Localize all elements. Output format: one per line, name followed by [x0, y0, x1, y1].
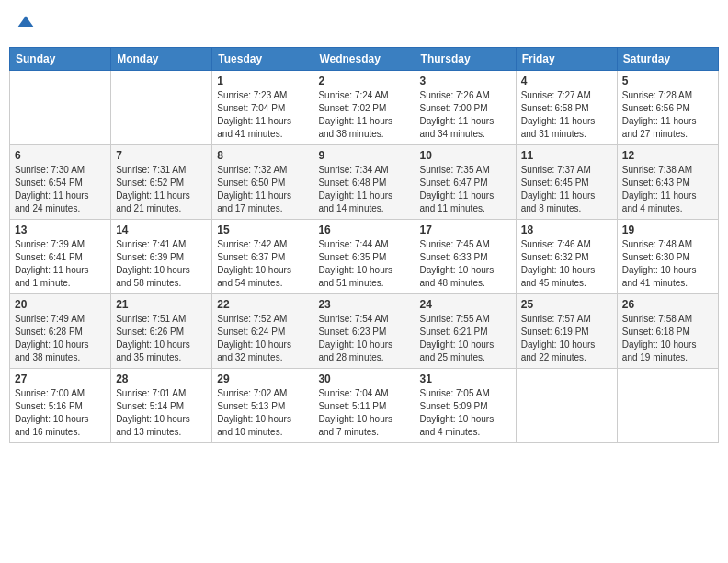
day-info: Sunrise: 7:30 AM Sunset: 6:54 PM Dayligh… [15, 164, 106, 215]
day-header-wednesday: Wednesday [313, 48, 415, 71]
day-info: Sunrise: 7:45 AM Sunset: 6:33 PM Dayligh… [420, 238, 511, 290]
calendar-week-4: 20Sunrise: 7:49 AM Sunset: 6:28 PM Dayli… [10, 294, 719, 369]
day-number: 14 [116, 224, 207, 236]
day-number: 8 [217, 149, 308, 162]
calendar-cell: 1Sunrise: 7:23 AM Sunset: 7:04 PM Daylig… [212, 71, 313, 145]
calendar-cell: 16Sunrise: 7:44 AM Sunset: 6:35 PM Dayli… [313, 220, 415, 294]
day-info: Sunrise: 7:24 AM Sunset: 7:02 PM Dayligh… [318, 89, 409, 141]
calendar-cell: 13Sunrise: 7:39 AM Sunset: 6:41 PM Dayli… [10, 220, 111, 294]
calendar-cell: 31Sunrise: 7:05 AM Sunset: 5:09 PM Dayli… [415, 369, 516, 443]
calendar-cell: 17Sunrise: 7:45 AM Sunset: 6:33 PM Dayli… [415, 220, 516, 294]
calendar-cell: 10Sunrise: 7:35 AM Sunset: 6:47 PM Dayli… [415, 145, 516, 220]
day-number: 30 [318, 373, 409, 385]
day-info: Sunrise: 7:04 AM Sunset: 5:11 PM Dayligh… [318, 387, 409, 439]
calendar-cell [617, 369, 718, 443]
day-number: 1 [217, 75, 308, 87]
day-number: 15 [217, 224, 308, 236]
day-info: Sunrise: 7:58 AM Sunset: 6:18 PM Dayligh… [622, 313, 713, 364]
calendar-cell: 19Sunrise: 7:48 AM Sunset: 6:30 PM Dayli… [617, 220, 718, 294]
logo-text [15, 13, 35, 36]
day-info: Sunrise: 7:57 AM Sunset: 6:19 PM Dayligh… [521, 313, 612, 364]
calendar-cell: 15Sunrise: 7:42 AM Sunset: 6:37 PM Dayli… [212, 220, 313, 294]
day-info: Sunrise: 7:42 AM Sunset: 6:37 PM Dayligh… [217, 238, 308, 290]
calendar-cell: 22Sunrise: 7:52 AM Sunset: 6:24 PM Dayli… [212, 294, 313, 369]
calendar-cell: 21Sunrise: 7:51 AM Sunset: 6:26 PM Dayli… [111, 294, 212, 369]
calendar-cell: 28Sunrise: 7:01 AM Sunset: 5:14 PM Dayli… [111, 369, 212, 443]
day-header-sunday: Sunday [10, 48, 111, 71]
calendar-header-row: SundayMondayTuesdayWednesdayThursdayFrid… [10, 48, 719, 71]
calendar-cell: 14Sunrise: 7:41 AM Sunset: 6:39 PM Dayli… [111, 220, 212, 294]
calendar-week-1: 1Sunrise: 7:23 AM Sunset: 7:04 PM Daylig… [10, 71, 719, 145]
day-number: 22 [217, 298, 308, 311]
day-number: 9 [318, 149, 409, 162]
calendar-cell: 4Sunrise: 7:27 AM Sunset: 6:58 PM Daylig… [516, 71, 617, 145]
calendar-cell: 2Sunrise: 7:24 AM Sunset: 7:02 PM Daylig… [313, 71, 415, 145]
calendar-cell: 6Sunrise: 7:30 AM Sunset: 6:54 PM Daylig… [10, 145, 111, 220]
calendar-cell [10, 71, 111, 145]
calendar-cell: 5Sunrise: 7:28 AM Sunset: 6:56 PM Daylig… [617, 71, 718, 145]
calendar-cell: 18Sunrise: 7:46 AM Sunset: 6:32 PM Dayli… [516, 220, 617, 294]
day-number: 20 [15, 298, 106, 311]
day-info: Sunrise: 7:26 AM Sunset: 7:00 PM Dayligh… [420, 89, 511, 141]
svg-marker-0 [18, 16, 34, 27]
day-info: Sunrise: 7:37 AM Sunset: 6:45 PM Dayligh… [521, 164, 612, 215]
day-number: 3 [420, 75, 511, 87]
day-number: 24 [420, 298, 511, 311]
day-number: 2 [318, 75, 409, 87]
day-number: 19 [622, 224, 713, 236]
day-info: Sunrise: 7:31 AM Sunset: 6:52 PM Dayligh… [116, 164, 207, 215]
day-info: Sunrise: 7:54 AM Sunset: 6:23 PM Dayligh… [318, 313, 409, 364]
day-info: Sunrise: 7:34 AM Sunset: 6:48 PM Dayligh… [318, 164, 409, 215]
day-number: 21 [116, 298, 207, 311]
day-number: 31 [420, 373, 511, 385]
calendar-cell: 29Sunrise: 7:02 AM Sunset: 5:13 PM Dayli… [212, 369, 313, 443]
calendar-cell: 26Sunrise: 7:58 AM Sunset: 6:18 PM Dayli… [617, 294, 718, 369]
day-number: 7 [116, 149, 207, 162]
calendar-cell: 9Sunrise: 7:34 AM Sunset: 6:48 PM Daylig… [313, 145, 415, 220]
calendar-week-3: 13Sunrise: 7:39 AM Sunset: 6:41 PM Dayli… [10, 220, 719, 294]
calendar-cell: 23Sunrise: 7:54 AM Sunset: 6:23 PM Dayli… [313, 294, 415, 369]
day-header-friday: Friday [516, 48, 617, 71]
calendar-week-2: 6Sunrise: 7:30 AM Sunset: 6:54 PM Daylig… [10, 145, 719, 220]
day-info: Sunrise: 7:02 AM Sunset: 5:13 PM Dayligh… [217, 387, 308, 439]
day-info: Sunrise: 7:52 AM Sunset: 6:24 PM Dayligh… [217, 313, 308, 364]
day-info: Sunrise: 7:46 AM Sunset: 6:32 PM Dayligh… [521, 238, 612, 290]
day-number: 12 [622, 149, 713, 162]
day-number: 18 [521, 224, 612, 236]
day-info: Sunrise: 7:35 AM Sunset: 6:47 PM Dayligh… [420, 164, 511, 215]
day-info: Sunrise: 7:48 AM Sunset: 6:30 PM Dayligh… [622, 238, 713, 290]
day-number: 23 [318, 298, 409, 311]
calendar-cell [111, 71, 212, 145]
day-info: Sunrise: 7:38 AM Sunset: 6:43 PM Dayligh… [622, 164, 713, 215]
day-info: Sunrise: 7:51 AM Sunset: 6:26 PM Dayligh… [116, 313, 207, 364]
day-info: Sunrise: 7:49 AM Sunset: 6:28 PM Dayligh… [15, 313, 106, 364]
page-header [9, 9, 719, 40]
day-number: 6 [15, 149, 106, 162]
day-number: 26 [622, 298, 713, 311]
day-info: Sunrise: 7:05 AM Sunset: 5:09 PM Dayligh… [420, 387, 511, 439]
calendar-cell: 11Sunrise: 7:37 AM Sunset: 6:45 PM Dayli… [516, 145, 617, 220]
day-header-saturday: Saturday [617, 48, 718, 71]
calendar-week-5: 27Sunrise: 7:00 AM Sunset: 5:16 PM Dayli… [10, 369, 719, 443]
day-info: Sunrise: 7:41 AM Sunset: 6:39 PM Dayligh… [116, 238, 207, 290]
day-number: 27 [15, 373, 106, 385]
day-info: Sunrise: 7:55 AM Sunset: 6:21 PM Dayligh… [420, 313, 511, 364]
day-number: 16 [318, 224, 409, 236]
day-info: Sunrise: 7:01 AM Sunset: 5:14 PM Dayligh… [116, 387, 207, 439]
calendar-table: SundayMondayTuesdayWednesdayThursdayFrid… [9, 47, 719, 443]
calendar-cell [516, 369, 617, 443]
day-info: Sunrise: 7:23 AM Sunset: 7:04 PM Dayligh… [217, 89, 308, 141]
day-info: Sunrise: 7:32 AM Sunset: 6:50 PM Dayligh… [217, 164, 308, 215]
day-number: 10 [420, 149, 511, 162]
day-header-tuesday: Tuesday [212, 48, 313, 71]
day-number: 29 [217, 373, 308, 385]
calendar-cell: 8Sunrise: 7:32 AM Sunset: 6:50 PM Daylig… [212, 145, 313, 220]
calendar-cell: 27Sunrise: 7:00 AM Sunset: 5:16 PM Dayli… [10, 369, 111, 443]
logo [15, 13, 35, 36]
calendar-cell: 7Sunrise: 7:31 AM Sunset: 6:52 PM Daylig… [111, 145, 212, 220]
day-number: 11 [521, 149, 612, 162]
day-number: 5 [622, 75, 713, 87]
calendar-cell: 12Sunrise: 7:38 AM Sunset: 6:43 PM Dayli… [617, 145, 718, 220]
day-number: 17 [420, 224, 511, 236]
day-header-monday: Monday [111, 48, 212, 71]
